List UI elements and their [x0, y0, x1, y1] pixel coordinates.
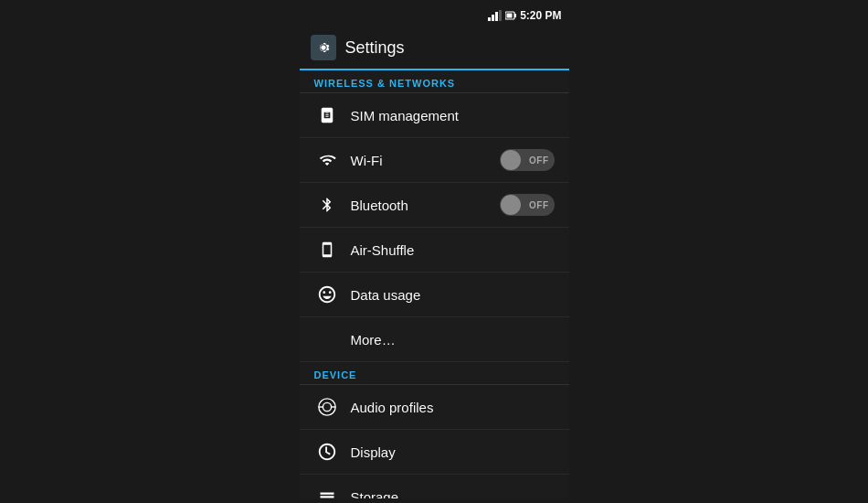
more-label: More… [351, 332, 555, 348]
audio-icon [314, 394, 340, 420]
bluetooth-toggle-label: OFF [529, 200, 549, 210]
settings-item-sim[interactable]: SIM management [300, 93, 569, 138]
section-wireless: WIRELESS & NETWORKS [300, 70, 569, 93]
app-header: Settings [300, 27, 569, 70]
display-icon [314, 439, 340, 465]
datausage-icon [314, 282, 340, 307]
airshuffle-icon [314, 237, 340, 262]
more-icon [314, 326, 340, 352]
status-bar: 5:20 PM [300, 5, 569, 27]
svg-rect-6 [507, 14, 513, 18]
settings-item-airshuffle[interactable]: Air-Shuffle [300, 228, 569, 273]
header-title: Settings [345, 38, 405, 58]
storage-icon [314, 484, 340, 498]
bluetooth-icon [314, 192, 340, 218]
wifi-toggle-knob [501, 150, 521, 170]
settings-item-storage[interactable]: Storage [300, 475, 569, 498]
display-label: Display [351, 444, 555, 460]
battery-status-icon [505, 10, 516, 21]
settings-item-display[interactable]: Display [300, 430, 569, 475]
svg-rect-5 [514, 14, 516, 17]
bluetooth-label: Bluetooth [351, 198, 500, 213]
wifi-toggle[interactable]: OFF [500, 149, 555, 171]
svg-point-8 [323, 402, 331, 411]
settings-item-audioprofiles[interactable]: Audio profiles [300, 385, 569, 430]
status-icons [488, 10, 516, 21]
settings-app-icon [311, 35, 336, 60]
svg-rect-1 [492, 15, 494, 21]
datausage-label: Data usage [351, 287, 555, 303]
svg-rect-3 [499, 10, 502, 21]
settings-list: WIRELESS & NETWORKS SIM management Wi-Fi… [300, 70, 569, 498]
audioprofiles-label: Audio profiles [351, 400, 555, 415]
bluetooth-toggle[interactable]: OFF [500, 194, 555, 216]
svg-rect-0 [488, 17, 491, 21]
sim-icon [314, 102, 340, 128]
settings-item-wifi[interactable]: Wi-Fi OFF [300, 138, 569, 183]
phone-screen: 5:20 PM Settings WIRELESS & NETWORKS SIM… [300, 5, 569, 498]
signal-icon [488, 10, 503, 21]
wifi-toggle-label: OFF [529, 155, 549, 166]
section-device: DEVICE [300, 362, 569, 385]
svg-rect-2 [495, 12, 498, 21]
status-time: 5:20 PM [520, 9, 561, 22]
settings-item-datausage[interactable]: Data usage [300, 273, 569, 317]
settings-item-bluetooth[interactable]: Bluetooth OFF [300, 183, 569, 228]
storage-label: Storage [351, 489, 555, 499]
sim-label: SIM management [351, 108, 555, 123]
settings-item-more[interactable]: More… [300, 317, 569, 362]
wifi-label: Wi-Fi [351, 153, 500, 168]
airshuffle-label: Air-Shuffle [351, 242, 555, 258]
bluetooth-toggle-knob [501, 195, 521, 215]
wifi-icon [314, 147, 340, 173]
